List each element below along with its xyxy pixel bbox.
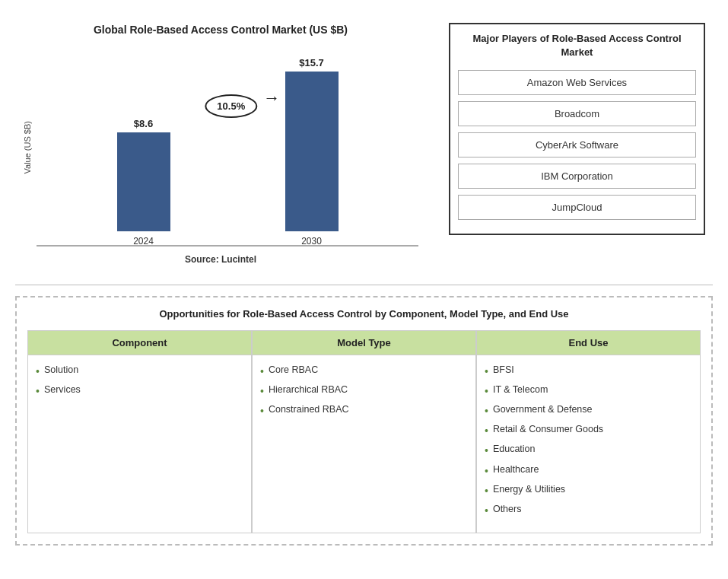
bar-group-2030: $15.7 2030 xyxy=(227,57,396,247)
enduse-others-label: Others xyxy=(493,504,522,514)
column-component: Component • Solution • Services xyxy=(27,330,252,534)
chart-inner: 10.5% → $8.6 2024 $15.7 xyxy=(37,49,418,247)
bar-value-2030: $15.7 xyxy=(299,57,324,68)
enduse-it-telecom: • IT & Telecom xyxy=(485,384,692,398)
players-title: Major Players of Role-Based Access Contr… xyxy=(458,32,696,59)
bar-2024 xyxy=(117,132,170,231)
modeltype-body: • Core RBAC • Hierarchical RBAC • Constr… xyxy=(253,355,475,507)
player-ibm: IBM Corporation xyxy=(458,164,696,189)
bullet-icon: • xyxy=(485,464,488,478)
y-axis-label: Value (US $B) xyxy=(23,121,32,174)
enduse-energy: • Energy & Utilities xyxy=(485,484,692,498)
top-section: Global Role-Based Access Control Market … xyxy=(15,15,713,272)
bar-group-2024: $8.6 2024 xyxy=(59,118,227,247)
enduse-healthcare-label: Healthcare xyxy=(493,464,539,475)
bullet-icon: • xyxy=(36,364,40,378)
model-hierarchical-label: Hierarchical RBAC xyxy=(269,384,348,395)
component-services: • Services xyxy=(36,384,243,398)
player-jumpcloud: JumpCloud xyxy=(458,195,696,220)
bottom-section: Opportunities for Role-Based Access Cont… xyxy=(15,296,713,546)
component-solution-label: Solution xyxy=(44,364,78,375)
model-hierarchical: • Hierarchical RBAC xyxy=(260,384,468,398)
bar-label-2030: 2030 xyxy=(301,236,322,247)
enduse-government: • Government & Defense xyxy=(485,404,692,418)
players-area: Major Players of Role-Based Access Contr… xyxy=(434,15,713,272)
enduse-bfsi-label: BFSI xyxy=(493,364,514,375)
component-body: • Solution • Services xyxy=(28,355,251,507)
column-modeltype: Model Type • Core RBAC • Hierarchical RB… xyxy=(252,330,476,534)
model-core-label: Core RBAC xyxy=(269,364,318,375)
component-solution: • Solution xyxy=(36,364,243,378)
bar-2030 xyxy=(285,72,339,231)
opportunities-title: Opportunities for Role-Based Access Cont… xyxy=(27,308,701,320)
bar-label-2024: 2024 xyxy=(133,236,154,247)
model-core: • Core RBAC xyxy=(260,364,468,378)
players-box: Major Players of Role-Based Access Contr… xyxy=(449,23,705,235)
bullet-icon: • xyxy=(485,384,488,398)
bullet-icon: • xyxy=(485,484,488,498)
page-container: Global Role-Based Access Control Market … xyxy=(0,0,728,579)
enduse-body: • BFSI • IT & Telecom • Government & Def… xyxy=(477,355,700,533)
modeltype-header: Model Type xyxy=(253,331,475,355)
enduse-others: • Others xyxy=(485,504,692,517)
component-header: Component xyxy=(28,331,251,355)
player-amazon: Amazon Web Services xyxy=(458,70,696,95)
enduse-government-label: Government & Defense xyxy=(493,404,593,415)
chart-title: Global Role-Based Access Control Market … xyxy=(23,23,418,38)
enduse-retail: • Retail & Consumer Goods xyxy=(485,424,692,437)
enduse-it-telecom-label: IT & Telecom xyxy=(493,384,548,395)
bullet-icon: • xyxy=(260,364,264,378)
model-constrained: • Constrained RBAC xyxy=(260,404,468,418)
bullet-icon: • xyxy=(485,504,488,517)
enduse-education-label: Education xyxy=(493,444,536,454)
enduse-bfsi: • BFSI xyxy=(485,364,692,378)
bullet-icon: • xyxy=(485,364,488,378)
bars-container: 10.5% → $8.6 2024 $15.7 xyxy=(37,49,418,247)
bullet-icon: • xyxy=(260,404,264,418)
enduse-healthcare: • Healthcare xyxy=(485,464,692,478)
bullet-icon: • xyxy=(260,384,264,398)
enduse-header: End Use xyxy=(477,331,700,355)
source-text: Source: Lucintel xyxy=(23,254,418,265)
player-cyberark: CyberArk Software xyxy=(458,132,696,157)
enduse-energy-label: Energy & Utilities xyxy=(493,484,565,495)
bullet-icon: • xyxy=(485,444,488,457)
bullet-icon: • xyxy=(485,424,488,437)
enduse-retail-label: Retail & Consumer Goods xyxy=(493,424,603,434)
columns-row: Component • Solution • Services Model Ty… xyxy=(27,330,701,534)
enduse-education: • Education xyxy=(485,444,692,457)
bullet-icon: • xyxy=(36,384,40,398)
model-constrained-label: Constrained RBAC xyxy=(269,404,349,415)
chart-area: Global Role-Based Access Control Market … xyxy=(15,15,434,272)
chart-wrapper: Value (US $B) 10.5% → $8.6 xyxy=(23,49,418,247)
player-broadcom: Broadcom xyxy=(458,101,696,126)
bullet-icon: • xyxy=(485,404,488,418)
bar-value-2024: $8.6 xyxy=(134,118,153,129)
column-enduse: End Use • BFSI • IT & Telecom • Governme… xyxy=(476,330,701,534)
component-services-label: Services xyxy=(44,384,81,395)
section-divider xyxy=(15,285,713,285)
